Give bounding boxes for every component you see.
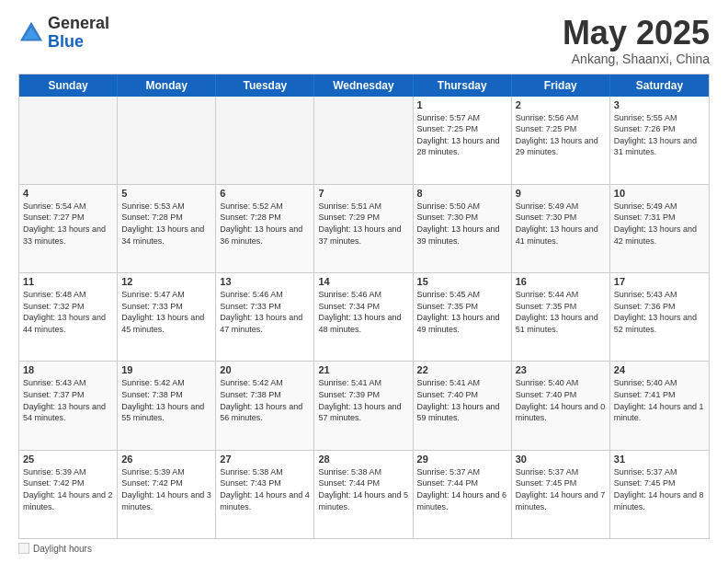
day-info: Sunrise: 5:49 AM Sunset: 7:31 PM Dayligh…	[614, 201, 705, 247]
day-cell: 4Sunrise: 5:54 AM Sunset: 7:27 PM Daylig…	[19, 185, 118, 272]
logo-general: General	[48, 15, 109, 33]
day-info: Sunrise: 5:47 AM Sunset: 7:33 PM Dayligh…	[121, 289, 211, 335]
day-info: Sunrise: 5:54 AM Sunset: 7:27 PM Dayligh…	[23, 201, 113, 247]
day-number: 3	[614, 99, 705, 110]
day-header-tuesday: Tuesday	[216, 75, 314, 97]
legend-row: Daylight hours	[18, 539, 710, 554]
day-number: 4	[23, 188, 113, 199]
day-number: 30	[516, 454, 606, 465]
day-info: Sunrise: 5:42 AM Sunset: 7:38 PM Dayligh…	[220, 377, 310, 423]
day-info: Sunrise: 5:39 AM Sunset: 7:42 PM Dayligh…	[121, 466, 211, 512]
day-number: 24	[614, 364, 705, 375]
header: General Blue May 2025 Ankang, Shaanxi, C…	[18, 15, 710, 66]
day-cell: 10Sunrise: 5:49 AM Sunset: 7:31 PM Dayli…	[610, 185, 709, 272]
day-cell: 12Sunrise: 5:47 AM Sunset: 7:33 PM Dayli…	[118, 273, 216, 361]
day-header-thursday: Thursday	[414, 75, 512, 97]
legend-box	[18, 543, 29, 554]
day-info: Sunrise: 5:46 AM Sunset: 7:33 PM Dayligh…	[220, 289, 310, 335]
day-number: 7	[318, 188, 408, 199]
day-info: Sunrise: 5:41 AM Sunset: 7:40 PM Dayligh…	[417, 377, 507, 423]
day-number: 27	[220, 454, 310, 465]
day-number: 1	[417, 99, 507, 110]
day-info: Sunrise: 5:38 AM Sunset: 7:43 PM Dayligh…	[220, 466, 310, 512]
day-number: 10	[614, 188, 705, 199]
day-number: 28	[318, 454, 408, 465]
month-title: May 2025	[563, 15, 710, 52]
day-cell: 21Sunrise: 5:41 AM Sunset: 7:39 PM Dayli…	[314, 362, 413, 449]
day-cell: 29Sunrise: 5:37 AM Sunset: 7:44 PM Dayli…	[414, 451, 512, 538]
day-cell: 24Sunrise: 5:40 AM Sunset: 7:41 PM Dayli…	[610, 362, 709, 449]
day-number: 17	[614, 276, 705, 287]
day-number: 9	[516, 188, 606, 199]
day-cell: 31Sunrise: 5:37 AM Sunset: 7:45 PM Dayli…	[610, 451, 709, 538]
day-info: Sunrise: 5:46 AM Sunset: 7:34 PM Dayligh…	[318, 289, 408, 335]
day-info: Sunrise: 5:45 AM Sunset: 7:35 PM Dayligh…	[417, 289, 507, 335]
day-info: Sunrise: 5:55 AM Sunset: 7:26 PM Dayligh…	[614, 112, 705, 158]
day-header-saturday: Saturday	[610, 75, 709, 97]
calendar: SundayMondayTuesdayWednesdayThursdayFrid…	[18, 74, 710, 539]
day-info: Sunrise: 5:39 AM Sunset: 7:42 PM Dayligh…	[23, 466, 113, 512]
calendar-body: 1Sunrise: 5:57 AM Sunset: 7:25 PM Daylig…	[19, 97, 709, 538]
day-info: Sunrise: 5:57 AM Sunset: 7:25 PM Dayligh…	[417, 112, 507, 158]
day-cell: 11Sunrise: 5:48 AM Sunset: 7:32 PM Dayli…	[19, 273, 118, 361]
day-number: 2	[516, 99, 606, 110]
day-cell: 1Sunrise: 5:57 AM Sunset: 7:25 PM Daylig…	[414, 97, 512, 184]
day-info: Sunrise: 5:51 AM Sunset: 7:29 PM Dayligh…	[318, 201, 408, 247]
day-header-monday: Monday	[118, 75, 216, 97]
day-cell: 13Sunrise: 5:46 AM Sunset: 7:33 PM Dayli…	[216, 273, 314, 361]
day-info: Sunrise: 5:37 AM Sunset: 7:44 PM Dayligh…	[417, 466, 507, 512]
day-number: 13	[220, 276, 310, 287]
day-number: 15	[417, 276, 507, 287]
day-cell: 28Sunrise: 5:38 AM Sunset: 7:44 PM Dayli…	[314, 451, 413, 538]
day-cell	[118, 97, 216, 184]
day-info: Sunrise: 5:42 AM Sunset: 7:38 PM Dayligh…	[121, 377, 211, 423]
day-number: 5	[121, 188, 211, 199]
day-info: Sunrise: 5:43 AM Sunset: 7:37 PM Dayligh…	[23, 377, 113, 423]
day-cell	[19, 97, 118, 184]
logo-blue: Blue	[48, 33, 109, 52]
week-row-2: 4Sunrise: 5:54 AM Sunset: 7:27 PM Daylig…	[19, 185, 709, 273]
day-info: Sunrise: 5:56 AM Sunset: 7:25 PM Dayligh…	[516, 112, 606, 158]
day-number: 21	[318, 364, 408, 375]
week-row-4: 18Sunrise: 5:43 AM Sunset: 7:37 PM Dayli…	[19, 362, 709, 450]
day-cell: 19Sunrise: 5:42 AM Sunset: 7:38 PM Dayli…	[118, 362, 216, 449]
day-number: 6	[220, 188, 310, 199]
day-info: Sunrise: 5:44 AM Sunset: 7:35 PM Dayligh…	[516, 289, 606, 335]
day-info: Sunrise: 5:41 AM Sunset: 7:39 PM Dayligh…	[318, 377, 408, 423]
day-number: 26	[121, 454, 211, 465]
day-info: Sunrise: 5:52 AM Sunset: 7:28 PM Dayligh…	[220, 201, 310, 247]
day-info: Sunrise: 5:48 AM Sunset: 7:32 PM Dayligh…	[23, 289, 113, 335]
day-number: 19	[121, 364, 211, 375]
day-cell: 7Sunrise: 5:51 AM Sunset: 7:29 PM Daylig…	[314, 185, 413, 272]
day-cell: 2Sunrise: 5:56 AM Sunset: 7:25 PM Daylig…	[512, 97, 610, 184]
week-row-5: 25Sunrise: 5:39 AM Sunset: 7:42 PM Dayli…	[19, 451, 709, 538]
day-cell: 25Sunrise: 5:39 AM Sunset: 7:42 PM Dayli…	[19, 451, 118, 538]
day-cell	[216, 97, 314, 184]
day-number: 25	[23, 454, 113, 465]
day-header-wednesday: Wednesday	[314, 75, 413, 97]
day-info: Sunrise: 5:53 AM Sunset: 7:28 PM Dayligh…	[121, 201, 211, 247]
day-number: 23	[516, 364, 606, 375]
day-cell: 14Sunrise: 5:46 AM Sunset: 7:34 PM Dayli…	[314, 273, 413, 361]
day-cell: 23Sunrise: 5:40 AM Sunset: 7:40 PM Dayli…	[512, 362, 610, 449]
day-info: Sunrise: 5:43 AM Sunset: 7:36 PM Dayligh…	[614, 289, 705, 335]
day-cell: 6Sunrise: 5:52 AM Sunset: 7:28 PM Daylig…	[216, 185, 314, 272]
day-info: Sunrise: 5:49 AM Sunset: 7:30 PM Dayligh…	[516, 201, 606, 247]
day-cell: 16Sunrise: 5:44 AM Sunset: 7:35 PM Dayli…	[512, 273, 610, 361]
day-header-friday: Friday	[512, 75, 610, 97]
page: General Blue May 2025 Ankang, Shaanxi, C…	[0, 0, 728, 563]
day-cell: 3Sunrise: 5:55 AM Sunset: 7:26 PM Daylig…	[610, 97, 709, 184]
day-cell: 22Sunrise: 5:41 AM Sunset: 7:40 PM Dayli…	[414, 362, 512, 449]
day-number: 18	[23, 364, 113, 375]
title-section: May 2025 Ankang, Shaanxi, China	[563, 15, 710, 66]
day-number: 29	[417, 454, 507, 465]
day-cell: 27Sunrise: 5:38 AM Sunset: 7:43 PM Dayli…	[216, 451, 314, 538]
day-number: 31	[614, 454, 705, 465]
day-cell: 18Sunrise: 5:43 AM Sunset: 7:37 PM Dayli…	[19, 362, 118, 449]
day-number: 22	[417, 364, 507, 375]
legend-label: Daylight hours	[33, 544, 92, 554]
day-info: Sunrise: 5:40 AM Sunset: 7:41 PM Dayligh…	[614, 377, 705, 423]
logo: General Blue	[18, 15, 109, 52]
day-info: Sunrise: 5:50 AM Sunset: 7:30 PM Dayligh…	[417, 201, 507, 247]
day-number: 16	[516, 276, 606, 287]
